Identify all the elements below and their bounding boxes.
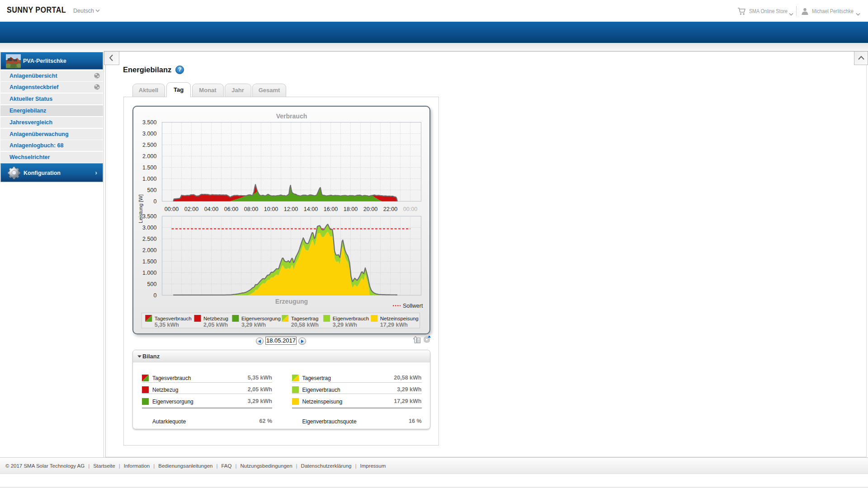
svg-text:0: 0: [153, 198, 156, 205]
svg-text:12:00: 12:00: [284, 206, 298, 212]
svg-text:Verbrauch: Verbrauch: [276, 113, 307, 120]
svg-text:Sollwert: Sollwert: [403, 303, 423, 309]
svg-text:Tagesverbrauch: Tagesverbrauch: [155, 316, 192, 321]
svg-text:17,29 kWh: 17,29 kWh: [380, 322, 408, 328]
svg-text:08:00: 08:00: [244, 206, 258, 212]
svg-text:20,58 kWh: 20,58 kWh: [291, 322, 319, 328]
svg-text:3.000: 3.000: [142, 131, 156, 137]
svg-text:3.000: 3.000: [142, 225, 156, 231]
svg-text:2.000: 2.000: [142, 247, 156, 253]
svg-text:10:00: 10:00: [264, 206, 278, 212]
svg-text:1.500: 1.500: [142, 164, 156, 171]
svg-text:14:00: 14:00: [304, 206, 318, 212]
svg-text:Netzbezug: Netzbezug: [203, 316, 228, 321]
svg-text:2.500: 2.500: [142, 236, 156, 242]
svg-text:Netzeinspeisung: Netzeinspeisung: [380, 316, 419, 321]
svg-text:Eigenversorgung: Eigenversorgung: [241, 316, 281, 321]
svg-text:0: 0: [153, 292, 156, 299]
svg-text:3,29 kWh: 3,29 kWh: [333, 322, 357, 328]
svg-text:00:00: 00:00: [403, 206, 417, 212]
svg-text:1.000: 1.000: [142, 270, 156, 276]
svg-text:16:00: 16:00: [324, 206, 338, 212]
svg-text:2.500: 2.500: [142, 142, 156, 148]
svg-text:04:00: 04:00: [204, 206, 218, 212]
svg-text:2,05 kWh: 2,05 kWh: [203, 322, 228, 328]
svg-text:Tagesertrag: Tagesertrag: [291, 316, 319, 321]
svg-text:1.000: 1.000: [142, 176, 156, 182]
svg-text:20:00: 20:00: [363, 206, 377, 212]
svg-text:Eigenverbrauch: Eigenverbrauch: [333, 316, 369, 321]
svg-text:18:00: 18:00: [344, 206, 358, 212]
svg-text:1.500: 1.500: [142, 258, 156, 265]
svg-text:500: 500: [147, 187, 157, 193]
svg-text:Erzeugung: Erzeugung: [275, 298, 308, 305]
svg-text:3,29 kWh: 3,29 kWh: [241, 322, 266, 328]
svg-text:2.000: 2.000: [142, 153, 156, 160]
svg-text:3.500: 3.500: [142, 213, 156, 220]
svg-text:06:00: 06:00: [224, 206, 238, 212]
svg-text:500: 500: [147, 281, 157, 287]
svg-text:22:00: 22:00: [383, 206, 397, 212]
svg-text:02:00: 02:00: [184, 206, 198, 212]
svg-text:3.500: 3.500: [142, 119, 156, 126]
svg-text:5,35 kWh: 5,35 kWh: [155, 322, 179, 328]
svg-text:00:00: 00:00: [165, 206, 179, 212]
